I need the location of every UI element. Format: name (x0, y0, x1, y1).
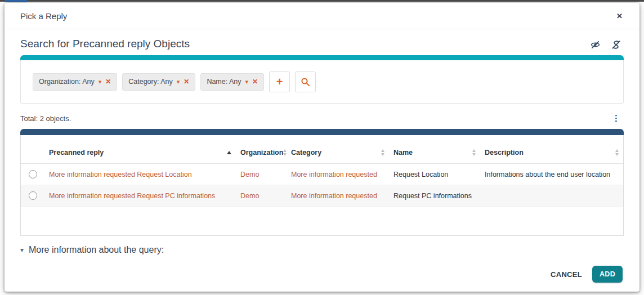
caret-down-icon: ▾ (20, 247, 24, 253)
filter-chip-category[interactable]: Category: Any ▾ ✕ (122, 73, 195, 91)
table-accent-bar (20, 129, 624, 135)
auto-submit-slash-icon[interactable] (611, 39, 621, 50)
table-header-row: Precanned reply Organization (21, 135, 623, 164)
remove-filter-icon[interactable]: ✕ (252, 78, 258, 85)
search-button[interactable] (295, 71, 316, 92)
sort-asc-icon[interactable] (227, 151, 231, 154)
sort-icon[interactable] (283, 149, 287, 156)
chevron-down-icon[interactable]: ▾ (177, 79, 180, 85)
filter-chip-name[interactable]: Name: Any ▾ ✕ (200, 73, 264, 91)
filter-label: Organization: Any (39, 78, 95, 86)
column-label: Category (291, 149, 321, 157)
results-total: Total: 2 objects. (20, 114, 71, 123)
column-label: Description (485, 149, 524, 157)
eye-slash-icon[interactable] (590, 39, 601, 50)
sort-icon[interactable] (615, 149, 619, 156)
search-header: Search for Precanned reply Objects (20, 38, 624, 50)
column-label: Organization (240, 149, 283, 157)
search-panel-accent-bar (20, 55, 624, 60)
sort-icon[interactable] (381, 149, 384, 156)
column-label: Precanned reply (49, 149, 104, 157)
column-label: Name (393, 149, 413, 157)
precanned-reply-link[interactable]: More information requested Request Locat… (49, 171, 192, 178)
background-page-tab (5, 0, 27, 2)
name-cell: Request Location (393, 171, 448, 178)
precanned-reply-link[interactable]: More information requested Request PC in… (49, 192, 215, 200)
column-description[interactable]: Description (480, 135, 623, 164)
dialog-title: Pick a Reply (20, 11, 67, 21)
chevron-down-icon[interactable]: ▾ (99, 79, 102, 85)
column-select (21, 135, 44, 164)
remove-filter-icon[interactable]: ✕ (105, 78, 111, 85)
filter-label: Name: Any (207, 78, 241, 86)
cancel-button[interactable]: CANCEL (551, 270, 582, 279)
results-table-panel: Precanned reply Organization (20, 135, 624, 236)
search-heading: Search for Precanned reply Objects (20, 38, 190, 50)
dialog-body: Search for Precanned reply Objects (5, 29, 639, 261)
add-button[interactable]: ADD (592, 266, 623, 283)
table-menu-icon[interactable]: ⋮ (609, 113, 624, 123)
pick-reply-dialog: Pick a Reply ✕ Search for Precanned repl… (5, 3, 639, 292)
row-radio-button[interactable] (29, 191, 37, 200)
chevron-down-icon[interactable]: ▾ (245, 79, 249, 85)
column-organization[interactable]: Organization (236, 135, 287, 164)
search-icon (301, 77, 310, 87)
search-criteria-panel: Organization: Any ▾ ✕ Category: Any ▾ ✕ … (20, 60, 624, 104)
search-toolbar (590, 39, 624, 50)
add-criterion-button[interactable]: + (269, 71, 290, 92)
organization-link[interactable]: Demo (240, 192, 259, 200)
plus-icon: + (276, 76, 283, 87)
table-row[interactable]: More information requested Request PC in… (21, 185, 623, 207)
results-summary-row: Total: 2 objects. ⋮ (20, 113, 624, 123)
close-icon[interactable]: ✕ (614, 10, 625, 22)
category-link[interactable]: More information requested (291, 171, 377, 178)
query-info-label: More information about the query: (29, 245, 164, 255)
column-precanned-reply[interactable]: Precanned reply (44, 135, 236, 164)
table-row[interactable]: More information requested Request Locat… (21, 164, 623, 185)
background-page-edge (0, 0, 644, 2)
column-name[interactable]: Name (389, 135, 480, 164)
dialog-footer: CANCEL ADD (5, 261, 639, 292)
row-radio-button[interactable] (29, 170, 37, 178)
category-link[interactable]: More information requested (291, 192, 377, 200)
filter-label: Category: Any (128, 78, 173, 86)
query-info-toggle[interactable]: ▾ More information about the query: (20, 245, 624, 255)
column-category[interactable]: Category (287, 135, 389, 164)
sort-icon[interactable] (472, 149, 476, 156)
filter-chip-organization[interactable]: Organization: Any ▾ ✕ (33, 73, 117, 91)
description-cell: Informations about the end user location (485, 171, 610, 178)
remove-filter-icon[interactable]: ✕ (184, 78, 189, 85)
dialog-header: Pick a Reply ✕ (5, 3, 639, 29)
name-cell: Request PC informations (393, 192, 472, 200)
organization-link[interactable]: Demo (240, 171, 259, 178)
results-table: Precanned reply Organization (21, 135, 623, 207)
